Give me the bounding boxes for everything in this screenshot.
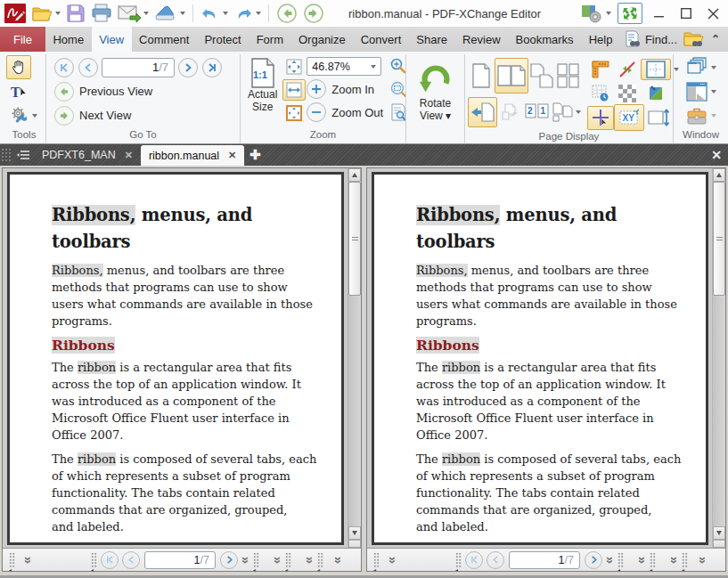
toolbar-grip[interactable] [373, 552, 380, 567]
prev-page-button[interactable] [78, 58, 98, 77]
close-button[interactable] [699, 2, 726, 25]
overflow-chevron-icon[interactable]: » [239, 553, 254, 566]
toolbox-button[interactable] [685, 105, 708, 126]
overflow-chevron-icon[interactable]: » [667, 553, 683, 566]
fit-visible-button[interactable] [282, 102, 306, 124]
first-page-button[interactable] [101, 551, 119, 569]
tab-share[interactable]: Share [409, 27, 455, 52]
scroll-down-button[interactable] [713, 526, 725, 540]
toolbar-grip[interactable] [682, 552, 688, 567]
redo-button[interactable] [231, 2, 264, 25]
toolbar-grip[interactable] [253, 552, 259, 567]
collapse-ribbon-button[interactable]: ⌃ [708, 33, 724, 45]
overflow-chevron-icon[interactable]: » [303, 553, 318, 566]
tab-help[interactable]: Help [581, 27, 620, 52]
grid-button[interactable] [587, 83, 614, 104]
prev-page-button[interactable] [487, 551, 504, 569]
email-button[interactable] [115, 2, 151, 25]
tab-organize[interactable]: Organize [290, 27, 353, 52]
overflow-chevron-icon[interactable]: » [635, 553, 650, 566]
search-folder-button[interactable] [681, 28, 708, 51]
toolbar-grip[interactable] [650, 552, 656, 567]
tools-menu-button[interactable] [6, 104, 42, 127]
scroll-split-handle[interactable] [348, 540, 361, 548]
doc-tab-ribbon-manual[interactable]: ribbon.manual ✕ [141, 145, 244, 166]
tab-review[interactable]: Review [454, 27, 508, 52]
overflow-chevron-icon[interactable]: » [21, 553, 37, 566]
disable-snap-button[interactable] [614, 59, 641, 80]
scroll-track[interactable] [713, 296, 725, 526]
continuous-view-button[interactable] [528, 58, 555, 94]
toolbar-grip[interactable] [285, 552, 291, 567]
doc-tab-pdfxt6[interactable]: PDFXT6_MAN ✕ [34, 144, 141, 166]
zoom-out-button[interactable] [307, 102, 326, 122]
vertical-scrollbar[interactable] [712, 168, 725, 548]
tab-bookmarks[interactable]: Bookmarks [508, 27, 581, 52]
two-page-view-button[interactable] [495, 58, 528, 94]
next-page-button[interactable] [585, 551, 602, 569]
first-page-button[interactable] [54, 58, 74, 77]
page-number-field[interactable]: 1/7 [102, 58, 175, 77]
print-button[interactable] [88, 2, 115, 25]
actual-size-button[interactable]: 1:1 Actual Size [243, 55, 282, 116]
tab-protect[interactable]: Protect [197, 27, 249, 52]
scroll-down-button[interactable] [348, 526, 361, 540]
tab-home[interactable]: Home [45, 27, 92, 52]
rulers-button[interactable] [587, 59, 614, 80]
close-document-button[interactable]: ✕ [705, 144, 728, 166]
page-number-field[interactable]: 1/7 [509, 551, 580, 569]
show-cover-page-button[interactable] [468, 97, 497, 127]
scroll-up-button[interactable] [348, 168, 361, 182]
first-page-button[interactable] [465, 551, 483, 569]
show-coordinates-button[interactable]: XY [614, 104, 644, 131]
overflow-chevron-icon[interactable]: » [386, 553, 401, 566]
fit-width-button[interactable] [282, 79, 306, 101]
maximize-button[interactable] [673, 2, 699, 25]
tab-convert[interactable]: Convert [353, 27, 409, 52]
single-page-button[interactable] [468, 58, 495, 94]
hand-tool-button[interactable] [6, 55, 31, 79]
two-page-continuous-button[interactable] [555, 58, 582, 94]
select-text-button[interactable]: T [6, 80, 31, 103]
next-view-button[interactable]: Next View [54, 103, 131, 127]
tab-comment[interactable]: Comment [132, 27, 197, 52]
toolbar-grip[interactable] [618, 552, 624, 567]
overflow-chevron-icon[interactable]: » [271, 553, 286, 566]
last-page-button[interactable] [202, 58, 222, 77]
next-page-button[interactable] [178, 58, 198, 77]
tab-list-button[interactable] [12, 144, 34, 166]
previous-view-button[interactable]: Previous View [54, 79, 152, 103]
tab-view[interactable]: View [92, 27, 132, 52]
open-button[interactable] [29, 2, 63, 25]
pdf-page[interactable]: Ribbons, menus, andtoolbarsRibbons, menu… [7, 172, 344, 545]
minimize-button[interactable] [646, 2, 673, 25]
overflow-chevron-icon[interactable]: » [603, 553, 618, 566]
zoom-level-combo[interactable]: 46.87% [307, 57, 381, 76]
ui-options-button[interactable] [577, 2, 614, 25]
page-boxes-button[interactable] [641, 59, 671, 80]
new-window-button[interactable] [685, 57, 708, 78]
tab-close-icon[interactable]: ✕ [125, 150, 133, 161]
toolbar-grip[interactable] [9, 552, 15, 567]
scroll-thumb[interactable] [713, 182, 725, 296]
forward-button[interactable] [300, 2, 327, 25]
tab-close-icon[interactable]: ✕ [228, 150, 236, 161]
vertical-scrollbar[interactable] [348, 168, 361, 548]
page-color-button[interactable] [641, 83, 671, 104]
zoom-in-button[interactable] [307, 79, 326, 99]
fit-page-button[interactable] [282, 56, 306, 77]
tab-form[interactable]: Form [249, 27, 290, 52]
pdf-page[interactable]: Ribbons, menus, andtoolbarsRibbons, menu… [372, 172, 708, 545]
tabbar-grip[interactable] [1, 148, 12, 162]
new-tab-button[interactable]: ✚ [244, 144, 266, 166]
transparency-grid-button[interactable] [614, 83, 641, 104]
back-button[interactable] [274, 2, 300, 25]
scroll-thumb[interactable] [348, 182, 361, 296]
save-button[interactable] [63, 2, 88, 25]
show-guides-button[interactable] [587, 106, 614, 130]
scroll-split-handle[interactable] [713, 540, 725, 548]
rotate-pages-button[interactable] [497, 97, 523, 127]
overflow-chevron-icon[interactable]: » [696, 553, 711, 566]
scroll-up-button[interactable] [713, 168, 725, 182]
scan-button[interactable] [151, 2, 188, 25]
